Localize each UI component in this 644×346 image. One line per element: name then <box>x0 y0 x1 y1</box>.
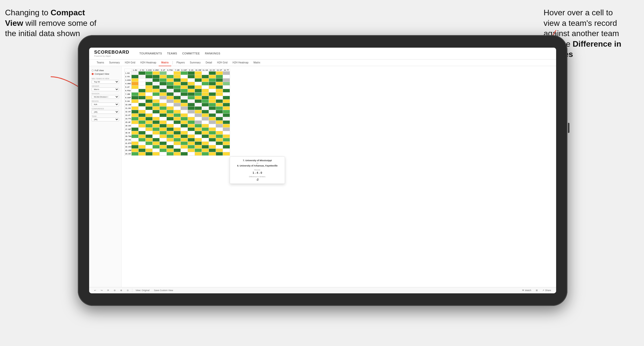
matrix-cell-3-8[interactable] <box>188 82 195 85</box>
matrix-cell-3-3[interactable] <box>153 82 160 85</box>
matrix-cell-7-7[interactable] <box>181 96 188 100</box>
matrix-cell-8-0[interactable] <box>132 100 139 103</box>
matrix-cell-12-13[interactable] <box>223 114 230 117</box>
matrix-cell-14-9[interactable] <box>195 121 202 124</box>
matrix-cell-4-4[interactable] <box>160 85 167 89</box>
max-teams-select[interactable]: Top 50 <box>92 80 119 84</box>
matrix-cell-8-5[interactable] <box>167 100 174 103</box>
matrix-cell-9-10[interactable] <box>202 103 209 107</box>
conference-select[interactable]: (All) <box>92 110 119 114</box>
matrix-cell-5-0[interactable] <box>132 89 139 93</box>
matrix-cell-18-12[interactable] <box>216 135 223 138</box>
matrix-cell-1-9[interactable] <box>195 75 202 78</box>
matrix-cell-2-12[interactable] <box>216 78 223 82</box>
matrix-cell-20-13[interactable] <box>223 142 230 145</box>
matrix-cell-1-11[interactable] <box>209 75 216 78</box>
matrix-cell-7-4[interactable] <box>160 96 167 100</box>
matrix-cell-12-6[interactable] <box>174 114 181 117</box>
matrix-cell-23-12[interactable] <box>216 152 223 156</box>
matrix-cell-11-13[interactable] <box>223 110 230 114</box>
matrix-wrapper[interactable]: 1. AU 2. VU 3. ASU 4. UNC 5. UT 6. FSU 7… <box>122 66 556 287</box>
matrix-cell-10-5[interactable] <box>167 107 174 110</box>
matrix-cell-10-4[interactable] <box>160 107 167 110</box>
matrix-cell-1-6[interactable] <box>174 75 181 78</box>
nav-tournaments[interactable]: TOURNAMENTS <box>139 52 162 55</box>
matrix-cell-13-4[interactable] <box>160 117 167 121</box>
matrix-cell-18-4[interactable] <box>160 135 167 138</box>
matrix-cell-21-5[interactable] <box>167 145 174 149</box>
matrix-cell-15-12[interactable] <box>216 124 223 128</box>
matrix-cell-2-13[interactable] <box>223 78 230 82</box>
matrix-cell-20-2[interactable] <box>146 142 153 145</box>
matrix-cell-1-3[interactable] <box>153 75 160 78</box>
matrix-cell-16-11[interactable] <box>209 128 216 131</box>
matrix-cell-17-10[interactable] <box>202 131 209 135</box>
matrix-cell-7-3[interactable] <box>153 96 160 100</box>
matrix-cell-19-1[interactable] <box>139 138 146 142</box>
matrix-cell-5-7[interactable] <box>181 89 188 93</box>
matrix-cell-22-13[interactable] <box>223 149 230 152</box>
matrix-cell-4-5[interactable] <box>167 85 174 89</box>
matrix-cell-16-13[interactable] <box>223 128 230 131</box>
matrix-cell-11-9[interactable] <box>195 110 202 114</box>
matrix-cell-1-7[interactable] <box>181 75 188 78</box>
matrix-cell-18-7[interactable] <box>181 135 188 138</box>
matrix-cell-23-2[interactable] <box>146 152 153 156</box>
matrix-cell-18-8[interactable] <box>188 135 195 138</box>
matrix-cell-2-0[interactable] <box>132 78 139 82</box>
matrix-cell-22-5[interactable] <box>167 149 174 152</box>
matrix-cell-22-0[interactable] <box>132 149 139 152</box>
matrix-cell-0-10[interactable] <box>202 71 209 75</box>
matrix-cell-1-8[interactable] <box>188 75 195 78</box>
matrix-cell-12-10[interactable] <box>202 114 209 117</box>
matrix-cell-20-1[interactable] <box>139 142 146 145</box>
matrix-cell-13-9[interactable] <box>195 117 202 121</box>
tab-summary-1[interactable]: Summary <box>106 59 122 66</box>
matrix-cell-13-11[interactable] <box>209 117 216 121</box>
matrix-cell-19-3[interactable] <box>153 138 160 142</box>
matrix-cell-11-6[interactable] <box>174 110 181 114</box>
matrix-cell-19-9[interactable] <box>195 138 202 142</box>
matrix-cell-9-12[interactable] <box>216 103 223 107</box>
matrix-cell-22-2[interactable] <box>146 149 153 152</box>
matrix-cell-5-12[interactable] <box>216 89 223 93</box>
matrix-cell-17-1[interactable] <box>139 131 146 135</box>
matrix-cell-23-9[interactable] <box>195 152 202 156</box>
matrix-cell-23-0[interactable] <box>132 152 139 156</box>
matrix-cell-2-8[interactable] <box>188 78 195 82</box>
matrix-cell-19-10[interactable] <box>202 138 209 142</box>
matrix-cell-14-1[interactable] <box>139 121 146 124</box>
matrix-cell-10-6[interactable] <box>174 107 181 110</box>
matrix-cell-0-8[interactable] <box>188 71 195 75</box>
matrix-cell-3-13[interactable] <box>223 82 230 85</box>
matrix-cell-6-3[interactable] <box>153 93 160 96</box>
matrix-cell-11-1[interactable] <box>139 110 146 114</box>
matrix-cell-0-0[interactable] <box>132 71 139 75</box>
matrix-cell-14-13[interactable] <box>223 121 230 124</box>
matrix-cell-11-8[interactable] <box>188 110 195 114</box>
matrix-cell-3-7[interactable] <box>181 82 188 85</box>
matrix-cell-4-2[interactable] <box>146 85 153 89</box>
tab-matrix-2[interactable]: Matrix <box>251 59 263 66</box>
matrix-cell-6-8[interactable] <box>188 93 195 96</box>
matrix-cell-0-7[interactable] <box>181 71 188 75</box>
matrix-cell-23-3[interactable] <box>153 152 160 156</box>
matrix-cell-15-6[interactable] <box>174 124 181 128</box>
matrix-cell-4-7[interactable] <box>181 85 188 89</box>
matrix-cell-0-5[interactable] <box>167 71 174 75</box>
matrix-cell-21-3[interactable] <box>153 145 160 149</box>
matrix-cell-19-4[interactable] <box>160 138 167 142</box>
matrix-cell-0-13[interactable] <box>223 71 230 75</box>
matrix-cell-14-10[interactable] <box>202 121 209 124</box>
matrix-cell-8-12[interactable] <box>216 100 223 103</box>
matrix-cell-14-8[interactable] <box>188 121 195 124</box>
matrix-cell-14-6[interactable] <box>174 121 181 124</box>
matrix-cell-18-10[interactable] <box>202 135 209 138</box>
matrix-cell-0-4[interactable] <box>160 71 167 75</box>
matrix-cell-12-7[interactable] <box>181 114 188 117</box>
matrix-cell-15-3[interactable] <box>153 124 160 128</box>
matrix-cell-18-2[interactable] <box>146 135 153 138</box>
matrix-cell-2-10[interactable] <box>202 78 209 82</box>
save-custom-button[interactable]: Save Custom View <box>153 289 174 292</box>
matrix-cell-8-1[interactable] <box>139 100 146 103</box>
